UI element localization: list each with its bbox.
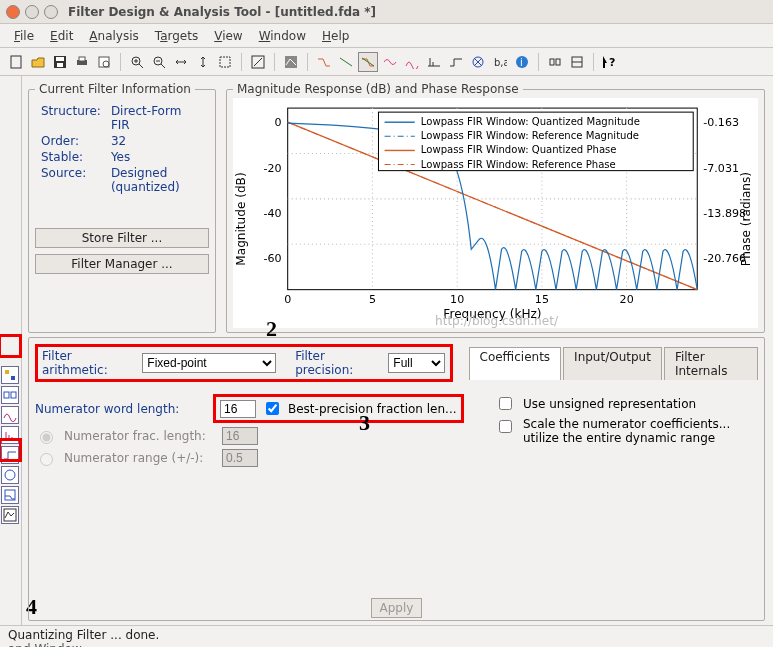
sidetool-3[interactable] (1, 406, 19, 424)
redbox-1: Filter arithmetic: Fixed-point Filter pr… (35, 344, 453, 382)
chart-panel: Magnitude Response (dB) and Phase Respon… (226, 82, 765, 333)
sidetool-8[interactable] (1, 506, 19, 524)
svg-rect-40 (11, 392, 16, 398)
status-bar: Quantizing Filter ... done. and Window (0, 625, 773, 647)
menu-targets[interactable]: Targets (149, 27, 204, 45)
svg-text:-60: -60 (264, 252, 282, 265)
svg-rect-0 (11, 56, 21, 68)
polezero-icon[interactable] (468, 52, 488, 72)
sidetool-6[interactable] (1, 466, 19, 484)
tab-input-output[interactable]: Input/Output (563, 347, 662, 380)
svg-rect-20 (285, 56, 297, 68)
sidetool-5[interactable] (1, 446, 19, 464)
num-range-radio[interactable] (40, 453, 53, 466)
redbox-2: Best-precision fraction len... (213, 394, 464, 423)
num-word-len-label: Numerator word length: (35, 402, 205, 416)
svg-rect-3 (57, 63, 63, 67)
magphase-icon[interactable] (358, 52, 378, 72)
zoom-out-icon[interactable] (149, 52, 169, 72)
status-text: Quantizing Filter ... done. (8, 628, 765, 642)
info-icon[interactable]: i (512, 52, 532, 72)
svg-text:Lowpass FIR Window: Quantized : Lowpass FIR Window: Quantized Phase (421, 144, 617, 155)
group-delay-icon[interactable] (380, 52, 400, 72)
close-button[interactable] (6, 5, 20, 19)
maximize-button[interactable] (44, 5, 58, 19)
num-frac-radio[interactable] (40, 431, 53, 444)
new-icon[interactable] (6, 52, 26, 72)
help-arrow-icon[interactable]: ? (600, 52, 620, 72)
minimize-button[interactable] (25, 5, 39, 19)
other-window-line: and Window (8, 642, 765, 647)
sidetool-1[interactable] (1, 366, 19, 384)
svg-rect-17 (220, 57, 230, 67)
zoom-y-icon[interactable] (193, 52, 213, 72)
menu-bar: File Edit Analysis Targets View Window H… (0, 24, 773, 48)
chart: Magnitude (dB) Phase (radians) (233, 98, 758, 328)
realize-icon[interactable] (567, 52, 587, 72)
filter-arithmetic-select[interactable]: Fixed-point (142, 353, 275, 373)
print-icon[interactable] (72, 52, 92, 72)
menu-edit[interactable]: Edit (44, 27, 79, 45)
svg-rect-2 (56, 57, 64, 61)
svg-text:http://blog.csdn.net/: http://blog.csdn.net/ (435, 314, 559, 328)
svg-text:-20.766: -20.766 (703, 252, 746, 265)
svg-text:-13.898: -13.898 (703, 207, 746, 220)
zoom-x-icon[interactable] (171, 52, 191, 72)
svg-line-21 (340, 58, 352, 66)
sidetool-7[interactable] (1, 486, 19, 504)
print-preview-icon[interactable] (94, 52, 114, 72)
step-icon[interactable] (446, 52, 466, 72)
svg-text:-7.031: -7.031 (703, 162, 739, 175)
svg-rect-5 (79, 57, 85, 61)
svg-text:-20: -20 (264, 162, 282, 175)
sidetool-2[interactable] (1, 386, 19, 404)
sos-icon[interactable] (545, 52, 565, 72)
menu-file[interactable]: File (8, 27, 40, 45)
store-filter-button[interactable]: Store Filter ... (35, 228, 209, 248)
mag-response-icon[interactable] (314, 52, 334, 72)
svg-rect-37 (5, 370, 9, 374)
tab-filter-internals[interactable]: Filter Internals (664, 347, 758, 380)
num-range-input (222, 449, 258, 467)
menu-window[interactable]: Window (253, 27, 312, 45)
best-precision-label: Best-precision fraction len... (288, 402, 457, 416)
filter-arithmetic-label: Filter arithmetic: (42, 349, 136, 377)
filter-precision-select[interactable]: Full (388, 353, 445, 373)
num-word-len-input[interactable] (220, 400, 256, 418)
svg-rect-38 (11, 376, 15, 380)
scale-checkbox[interactable] (499, 420, 512, 433)
svg-line-13 (161, 64, 165, 68)
apply-button[interactable]: Apply (371, 598, 423, 618)
unsigned-checkbox[interactable] (499, 397, 512, 410)
svg-text:i: i (520, 57, 523, 68)
menu-view[interactable]: View (208, 27, 248, 45)
fvtool-icon[interactable] (281, 52, 301, 72)
svg-text:5: 5 (369, 293, 376, 306)
zoom-in-icon[interactable] (127, 52, 147, 72)
tabs: Coefficients Input/Output Filter Interna… (469, 347, 759, 380)
phase-response-icon[interactable] (336, 52, 356, 72)
svg-line-9 (139, 64, 143, 68)
toolbar: b,a i ? (0, 48, 773, 76)
svg-text:-0.163: -0.163 (703, 116, 739, 129)
coeff-icon[interactable]: b,a (490, 52, 510, 72)
phase-delay-icon[interactable] (402, 52, 422, 72)
sidetool-4[interactable] (1, 426, 19, 444)
zoom-fit-icon[interactable] (215, 52, 235, 72)
best-precision-checkbox[interactable] (266, 402, 279, 415)
spec-icon[interactable] (248, 52, 268, 72)
svg-rect-33 (556, 59, 560, 65)
svg-rect-39 (4, 392, 9, 398)
open-icon[interactable] (28, 52, 48, 72)
save-icon[interactable] (50, 52, 70, 72)
title-bar: Filter Design & Analysis Tool - [untitle… (0, 0, 773, 24)
tab-coefficients[interactable]: Coefficients (469, 347, 562, 380)
filter-manager-button[interactable]: Filter Manager ... (35, 254, 209, 274)
chart-legend: Magnitude Response (dB) and Phase Respon… (233, 82, 523, 96)
menu-analysis[interactable]: Analysis (83, 27, 144, 45)
impulse-icon[interactable] (424, 52, 444, 72)
menu-help[interactable]: Help (316, 27, 355, 45)
window-controls (6, 5, 58, 19)
arithmetic-panel: Filter arithmetic: Fixed-point Filter pr… (28, 337, 765, 621)
unsigned-label: Use unsigned representation (523, 397, 696, 411)
